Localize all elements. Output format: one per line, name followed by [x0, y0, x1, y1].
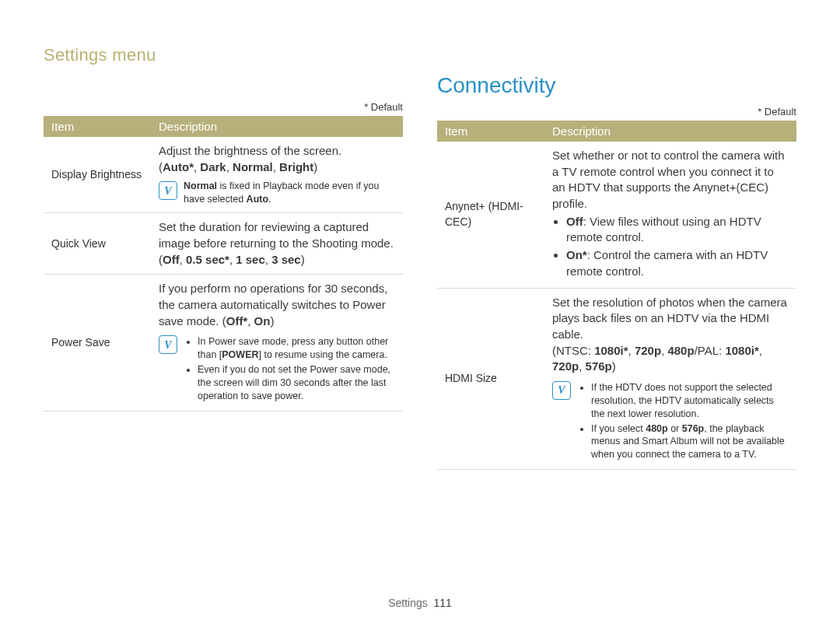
sep: , — [273, 160, 279, 173]
opt-bold: On* — [566, 248, 587, 261]
opt-bold: 480p — [667, 344, 694, 357]
span: : Control the camera with an HDTV remote… — [566, 248, 768, 278]
content-columns: * Default Item Description Display Brigh… — [44, 101, 796, 470]
sep: , — [265, 253, 271, 266]
opt-bold: Off — [566, 215, 583, 228]
span: ] to resume using the camera. — [259, 349, 387, 360]
sep: , — [579, 359, 585, 373]
left-column: * Default Item Description Display Brigh… — [44, 101, 403, 470]
opt-bold: Off — [163, 253, 180, 266]
opt-bold: Dark — [200, 160, 226, 173]
default-note: * Default — [44, 101, 403, 113]
note-icon: V — [159, 181, 177, 200]
sep: , — [247, 314, 254, 328]
opt-bold: 1 sec — [236, 253, 265, 266]
default-note: * Default — [437, 106, 796, 117]
span: /PAL: — [695, 344, 726, 357]
item-desc: Set the duration for reviewing a capture… — [151, 213, 403, 275]
breadcrumb: Settings menu — [44, 45, 796, 65]
note-box: V In Power save mode, press any button o… — [159, 334, 395, 404]
opt-bold: 0.5 sec* — [186, 253, 229, 266]
table-row: Display Brightness Adjust the brightness… — [44, 137, 403, 213]
note-li: Even if you do not set the Power save mo… — [198, 363, 395, 403]
note-bold: 576p — [682, 423, 705, 434]
page-footer: Settings 111 — [0, 597, 840, 609]
opt-bold: 576p — [586, 359, 612, 373]
opt-bold: Normal — [233, 160, 273, 173]
opt-bold: Bright — [279, 160, 313, 173]
note-span: . — [268, 194, 271, 205]
paren: ) — [612, 359, 616, 373]
page-number: 111 — [434, 597, 452, 609]
note-icon: V — [552, 381, 571, 400]
sep: , — [180, 253, 186, 266]
item-label: Power Save — [44, 275, 151, 411]
settings-table-left: Item Description Display Brightness Adju… — [44, 116, 403, 412]
item-label: Quick View — [44, 213, 151, 275]
item-label: Anynet+ (HDMI-CEC) — [437, 142, 544, 288]
opt-bold: Auto* — [163, 160, 194, 173]
note-li: If the HDTV does not support the selecte… — [591, 381, 789, 421]
note-li: If you select 480p or 576p, the playback… — [591, 422, 789, 462]
note-box: V If the HDTV does not support the selec… — [552, 380, 789, 463]
options-text: (Off, 0.5 sec*, 1 sec, 3 sec) — [159, 253, 305, 266]
col-header-desc: Description — [544, 121, 796, 142]
right-column: Connectivity * Default Item Description … — [437, 101, 796, 470]
item-desc: Adjust the brightness of the screen. (Au… — [151, 137, 403, 213]
paren: ) — [313, 160, 317, 173]
table-row: Power Save If you perform no operations … — [44, 275, 403, 411]
note-text: If the HDTV does not support the selecte… — [577, 380, 789, 463]
desc-text: Set the resolution of photos when the ca… — [552, 296, 787, 341]
opt-bold: Off* — [226, 314, 248, 328]
note-text: Normal is fixed in Playback mode even if… — [184, 180, 395, 206]
note-bold: POWER — [222, 349, 258, 360]
span: (NTSC: — [552, 344, 594, 357]
desc-text: Adjust the brightness of the screen. — [159, 144, 341, 157]
desc-list: Off: View files without using an HDTV re… — [552, 214, 789, 280]
opt-bold: On — [254, 314, 271, 328]
sep: , — [759, 344, 762, 357]
item-desc: Set whether or not to control the camera… — [544, 142, 796, 288]
options-text: (NTSC: 1080i*, 720p, 480p/PAL: 1080i*, 7… — [552, 344, 762, 373]
section-title: Connectivity — [437, 73, 796, 98]
footer-label: Settings — [388, 597, 428, 609]
note-icon: V — [159, 335, 177, 354]
desc-text: Set whether or not to control the camera… — [552, 149, 784, 210]
sep: , — [628, 344, 635, 357]
note-text: In Power save mode, press any button oth… — [184, 334, 395, 404]
opt-bold: 1080i* — [725, 344, 758, 357]
note-bold: 480p — [646, 423, 668, 434]
page: Settings menu * Default Item Description… — [0, 0, 840, 634]
opt-bold: 1080i* — [594, 344, 628, 357]
item-label: HDMI Size — [437, 288, 544, 470]
paren: ) — [270, 314, 274, 328]
opt-bold: 3 sec — [271, 253, 301, 266]
table-row: Anynet+ (HDMI-CEC) Set whether or not to… — [437, 142, 796, 288]
list-item: On*: Control the camera with an HDTV rem… — [566, 247, 789, 279]
settings-table-right: Item Description Anynet+ (HDMI-CEC) Set … — [437, 121, 796, 470]
note-box: V Normal is fixed in Playback mode even … — [159, 180, 395, 206]
col-header-item: Item — [44, 116, 151, 137]
opt-bold: 720p — [635, 344, 661, 357]
paren: ) — [301, 253, 305, 266]
opt-bold: 720p — [552, 359, 579, 373]
desc-text: Set the duration for reviewing a capture… — [159, 220, 394, 250]
sep: , — [229, 253, 236, 266]
list-item: Off: View files without using an HDTV re… — [566, 214, 789, 246]
note-bold: Auto — [247, 194, 268, 205]
span: If you select — [591, 423, 646, 434]
table-row: Quick View Set the duration for reviewin… — [44, 213, 403, 275]
span: : View files without using an HDTV remot… — [566, 215, 761, 244]
span: or — [668, 423, 682, 434]
item-desc: Set the resolution of photos when the ca… — [544, 288, 796, 470]
col-header-desc: Description — [151, 116, 403, 137]
sep: , — [226, 160, 233, 173]
col-header-item: Item — [437, 121, 544, 142]
item-desc: If you perform no operations for 30 seco… — [151, 275, 403, 411]
options-text: (Auto*, Dark, Normal, Bright) — [159, 160, 317, 173]
table-row: HDMI Size Set the resolution of photos w… — [437, 288, 796, 470]
desc-text: If you perform no operations for 30 seco… — [159, 282, 387, 327]
note-bold: Normal — [184, 180, 217, 191]
item-label: Display Brightness — [44, 137, 151, 213]
note-li: In Power save mode, press any button oth… — [198, 335, 395, 362]
